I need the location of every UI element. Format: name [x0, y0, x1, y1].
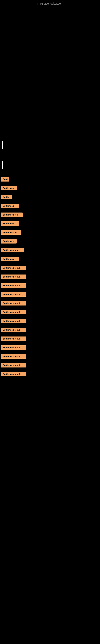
result-row: Bottleneck result [0, 317, 100, 325]
bottleneck-result-badge[interactable]: Bottleneck result [1, 319, 26, 323]
result-row: Bottleneck result [0, 352, 100, 361]
cursor-indicator-1 [2, 141, 2, 149]
result-row: Bottleneck [0, 237, 100, 246]
site-title: TheBottlenecker.com [0, 0, 100, 7]
bottleneck-result-badge[interactable]: Bottleneck re [1, 230, 21, 235]
bottleneck-result-badge[interactable]: Bottleneck result [1, 363, 26, 368]
result-row: Bottleneck result [0, 334, 100, 343]
bottleneck-result-badge[interactable]: Bottleneck result [1, 336, 26, 341]
bottleneck-result-badge[interactable]: Bottleneck r [1, 204, 19, 208]
result-row: Bottleneck result [0, 308, 100, 316]
result-row: Bottleneck re [0, 228, 100, 237]
bottleneck-result-badge[interactable]: Bottleneck [1, 239, 17, 244]
result-row: Bottl [0, 175, 100, 184]
bottleneck-result-badge[interactable]: Bottleneck [1, 186, 17, 190]
result-row: Bottleneck result [0, 264, 100, 272]
bottleneck-result-badge[interactable]: Bottl [1, 177, 9, 182]
result-row: Bottleneck result [0, 299, 100, 308]
bottleneck-result-badge[interactable]: Bottleneck result [1, 301, 26, 306]
result-row: Bottlen [0, 193, 100, 201]
result-row: Bottleneck result [0, 290, 100, 299]
bottleneck-result-badge[interactable]: Bottleneck result [1, 310, 26, 314]
result-row: Bottleneck r [0, 219, 100, 228]
bottleneck-result-badge[interactable]: Bottleneck result [1, 292, 26, 297]
result-row: Bottleneck r [0, 255, 100, 263]
result-row: Bottleneck res [0, 210, 100, 219]
bottleneck-result-badge[interactable]: Bottleneck result [1, 283, 26, 288]
bottleneck-result-badge[interactable]: Bottleneck res [1, 212, 23, 217]
bottleneck-result-badge[interactable]: Bottleneck result [1, 354, 26, 359]
bottleneck-result-badge[interactable]: Bottleneck r [1, 257, 19, 261]
bottleneck-result-badge[interactable]: Bottleneck result [1, 266, 26, 270]
bottleneck-result-badge[interactable]: Bottleneck result [1, 328, 26, 332]
result-row: Bottleneck result [0, 370, 100, 378]
result-row: Bottleneck result [0, 361, 100, 370]
result-row: Bottleneck r [0, 202, 100, 210]
bottleneck-result-badge[interactable]: Bottleneck result [1, 274, 26, 279]
bottleneck-result-badge[interactable]: Bottleneck r [1, 222, 19, 226]
result-row: Bottleneck result [0, 272, 100, 281]
result-row: Bottleneck result [0, 343, 100, 352]
bottleneck-result-badge[interactable]: Bottleneck result [1, 345, 26, 350]
results-container: BottlBottleneckBottlenBottleneck rBottle… [0, 175, 100, 379]
bottleneck-result-badge[interactable]: Bottleneck result [1, 372, 26, 376]
result-row: Bottleneck resu [0, 246, 100, 254]
result-row: Bottleneck result [0, 326, 100, 334]
result-row: Bottleneck [0, 184, 100, 192]
result-row: Bottleneck result [0, 281, 100, 290]
cursor-indicator-2 [2, 161, 2, 169]
bottleneck-result-badge[interactable]: Bottlen [1, 195, 12, 199]
chart-area [0, 7, 100, 128]
bottleneck-result-badge[interactable]: Bottleneck resu [1, 248, 24, 252]
